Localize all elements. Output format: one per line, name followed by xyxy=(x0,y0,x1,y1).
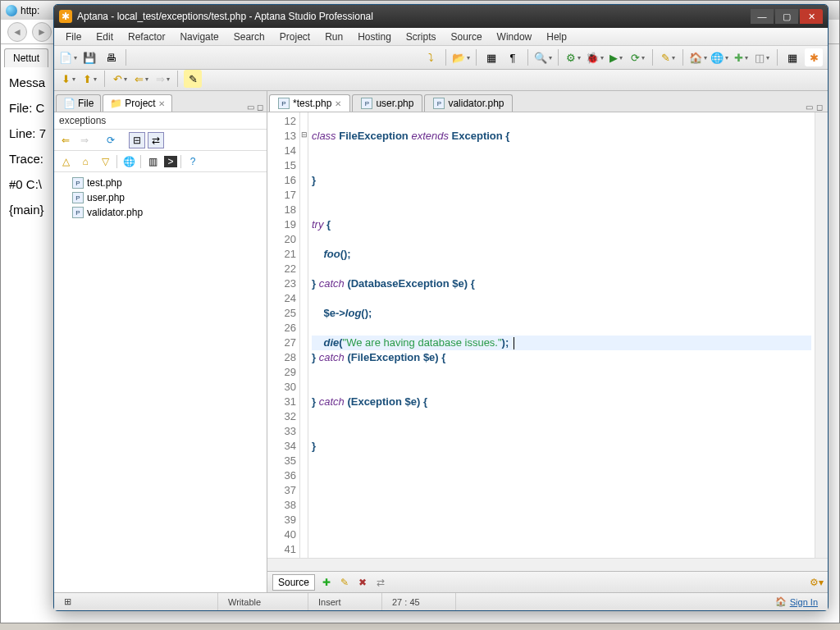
source-tab[interactable]: Source xyxy=(272,574,315,591)
code-line[interactable] xyxy=(312,321,811,336)
vertical-scrollbar[interactable] xyxy=(815,112,828,558)
file-tab[interactable]: 📄File xyxy=(56,94,101,112)
code-line[interactable] xyxy=(312,188,811,203)
perspective-button[interactable]: ▦ xyxy=(783,48,801,66)
link-icon[interactable]: ⇄ xyxy=(374,576,387,589)
menu-window[interactable]: Window xyxy=(491,30,539,44)
code-line[interactable] xyxy=(312,527,811,542)
code-line[interactable] xyxy=(312,232,811,247)
globe-icon[interactable]: 🌐 xyxy=(121,153,137,170)
code-line[interactable] xyxy=(312,483,811,498)
nav-fwd-icon[interactable]: ⇒ xyxy=(76,132,93,148)
bug-menu-button[interactable]: 🐞 xyxy=(586,48,604,66)
aptana-perspective-button[interactable]: ✱ xyxy=(805,48,823,66)
code-line[interactable] xyxy=(312,498,811,513)
menu-file[interactable]: File xyxy=(59,30,88,44)
home-icon[interactable]: ⌂ xyxy=(77,153,94,170)
code-line[interactable]: $e->log(); xyxy=(312,306,811,321)
code-line[interactable]: class FileException extends Exception { xyxy=(312,129,811,144)
code-line[interactable] xyxy=(312,144,811,158)
horizontal-scrollbar[interactable] xyxy=(267,558,828,571)
globe-menu-button[interactable]: 🌐 xyxy=(710,48,728,66)
outline-icon[interactable]: ⊞ xyxy=(64,596,71,607)
editor-min-icon[interactable]: ▭ xyxy=(806,103,813,112)
code-line[interactable]: try { xyxy=(312,217,811,232)
task-icon[interactable]: ▦ xyxy=(482,48,500,66)
menu-search[interactable]: Search xyxy=(227,30,272,44)
code-line[interactable]: } xyxy=(312,439,811,454)
down-arrow-button[interactable]: ⬇ xyxy=(59,70,77,88)
code-line[interactable] xyxy=(312,365,811,380)
code-line[interactable] xyxy=(312,262,811,276)
tree-item[interactable]: Puser.php xyxy=(56,190,265,205)
code-line[interactable] xyxy=(312,380,811,395)
undo-nav-button[interactable]: ↶ xyxy=(111,70,129,88)
para-icon[interactable]: ¶ xyxy=(504,48,522,66)
menu-help[interactable]: Help xyxy=(540,30,573,44)
terminal1-icon[interactable]: ▥ xyxy=(144,153,161,170)
panel-max-icon[interactable]: ◻ xyxy=(257,103,263,112)
menu-edit[interactable]: Edit xyxy=(89,30,120,44)
open-type-button[interactable]: 📂 xyxy=(452,48,470,66)
down-icon[interactable]: ▽ xyxy=(97,153,113,170)
ext-tools-button[interactable]: ⚙ xyxy=(564,48,582,66)
fwd-nav-button[interactable]: ⇒ xyxy=(153,70,171,88)
collapse-all-icon[interactable]: ⊟ xyxy=(129,132,145,148)
code-editor[interactable]: class FileException extends Exception {}… xyxy=(308,112,815,558)
code-line[interactable] xyxy=(312,424,811,439)
search-menu-button[interactable]: 🔍 xyxy=(534,48,552,66)
title-bar[interactable]: ✱ Aptana - local_test/exceptions/test.ph… xyxy=(54,5,828,28)
code-line[interactable] xyxy=(312,513,811,527)
code-line[interactable]: } catch (DatabaseException $e) { xyxy=(312,276,811,291)
debug-step-icon[interactable]: ⤵ xyxy=(422,48,440,66)
code-line[interactable] xyxy=(312,409,811,424)
save-button[interactable]: 💾 xyxy=(80,48,98,66)
file-tree[interactable]: Ptest.phpPuser.phpPvalidator.php xyxy=(54,172,267,592)
run-menu-button[interactable]: ▶ xyxy=(607,48,625,66)
tree-item[interactable]: Ptest.php xyxy=(56,176,265,190)
menu-source[interactable]: Source xyxy=(445,30,489,44)
editor-max-icon[interactable]: ◻ xyxy=(816,103,823,112)
minimize-button[interactable]: — xyxy=(751,9,774,24)
up-icon[interactable]: △ xyxy=(57,153,74,170)
layers-menu-button[interactable]: ◫ xyxy=(753,48,771,66)
terminal2-icon[interactable]: > xyxy=(164,156,177,167)
close-tab-icon[interactable]: ✕ xyxy=(158,99,165,108)
code-line[interactable]: foo(); xyxy=(312,247,811,262)
code-line[interactable] xyxy=(312,542,811,557)
menu-project[interactable]: Project xyxy=(273,30,317,44)
panel-min-icon[interactable]: ▭ xyxy=(247,103,254,112)
code-line[interactable] xyxy=(312,468,811,483)
nav-back-icon[interactable]: ⇐ xyxy=(57,132,74,148)
link-editor-icon[interactable]: ⇄ xyxy=(148,132,164,148)
bg-tab[interactable]: Nettut xyxy=(4,48,48,67)
edit-icon[interactable]: ✎ xyxy=(338,576,351,589)
menu-run[interactable]: Run xyxy=(318,30,349,44)
tree-item[interactable]: Pvalidator.php xyxy=(56,205,265,220)
refresh-icon[interactable]: ⟳ xyxy=(103,132,119,148)
editor-tab[interactable]: Pvalidator.php xyxy=(424,94,513,112)
home-menu-button[interactable]: 🏠 xyxy=(689,48,707,66)
back-icon[interactable]: ◄ xyxy=(7,22,27,42)
code-line[interactable]: } xyxy=(312,173,811,188)
code-line[interactable] xyxy=(312,291,811,306)
code-line[interactable]: die("We are having database issues."); xyxy=(312,336,811,350)
new-button[interactable]: 📄 xyxy=(59,48,77,66)
close-tab-icon[interactable]: ✕ xyxy=(335,99,341,108)
add-icon[interactable]: ✚ xyxy=(320,576,333,589)
code-line[interactable]: } catch (FileException $e) { xyxy=(312,350,811,365)
maximize-button[interactable]: ▢ xyxy=(775,9,798,24)
print-button[interactable]: 🖶 xyxy=(102,48,120,66)
highlight-button[interactable]: ✎ xyxy=(184,70,202,88)
project-tab[interactable]: 📁Project✕ xyxy=(103,94,171,112)
fold-gutter[interactable]: ⊟ xyxy=(300,112,308,558)
code-line[interactable] xyxy=(312,114,811,129)
menu-hosting[interactable]: Hosting xyxy=(351,30,398,44)
code-line[interactable]: } catch (Exception $e) { xyxy=(312,395,811,409)
sign-in-link[interactable]: Sign In xyxy=(790,597,818,607)
editor-tab[interactable]: P*test.php✕ xyxy=(269,94,350,112)
delete-icon[interactable]: ✖ xyxy=(356,576,369,589)
close-button[interactable]: ✕ xyxy=(800,9,823,24)
code-line[interactable] xyxy=(312,203,811,217)
menu-refactor[interactable]: Refactor xyxy=(121,30,171,44)
